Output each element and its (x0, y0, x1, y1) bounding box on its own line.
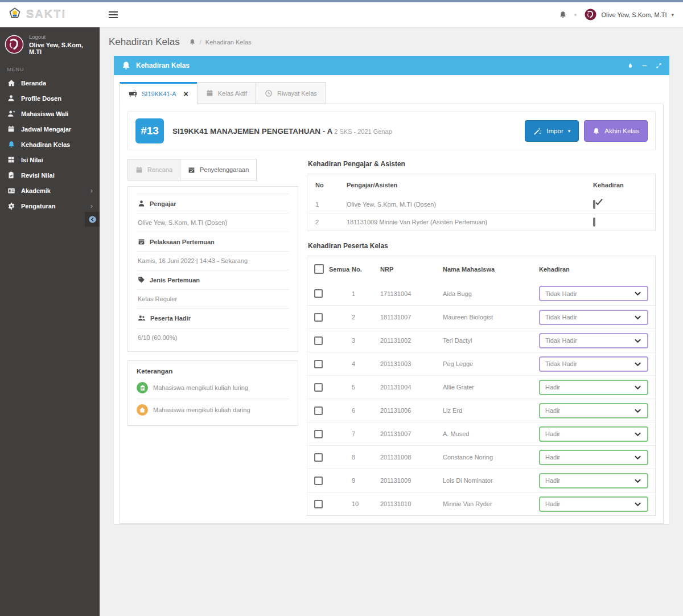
cell-name: Olive Yew, S.Kom, M.TI (Dosen) (347, 201, 593, 208)
navbar-right: Olive Yew, S.Kom, M.TI ▾ (559, 8, 683, 21)
sidebar-collapse-button[interactable] (85, 212, 100, 227)
info-value-row: Olive Yew, S.Kom, M.TI (Dosen) (137, 213, 289, 232)
info-label-row: Pelaksaan Pertemuan (137, 232, 289, 251)
selected-value: Hadir (545, 454, 560, 461)
sidebar-toggle-button[interactable] (109, 11, 118, 18)
row-checkbox[interactable] (314, 360, 323, 368)
bell-icon[interactable] (189, 39, 196, 46)
subtab-rencana[interactable]: Rencana (127, 159, 180, 180)
kehadiran-select[interactable]: Hadir (539, 496, 648, 512)
user-plus-icon (7, 109, 15, 118)
meeting-number-badge: #13 (135, 118, 164, 143)
main-content: Kehadiran Kelas / Kehadiran Kelas Kehadi… (100, 27, 683, 616)
tab-kelas-aktif[interactable]: Kelas Aktif (197, 82, 256, 104)
breadcrumb-separator: / (200, 39, 201, 46)
sidebar-item-label: Mahasiswa Wali (21, 110, 68, 117)
cell-no: 3 (352, 337, 380, 344)
row-checkbox[interactable] (314, 289, 323, 298)
tab-si19kk41-a[interactable]: SI19KK41-A× (120, 82, 198, 104)
notifications-bell-icon[interactable] (559, 11, 567, 19)
sidebar-item-kehadiran-kelas[interactable]: Kehadiran Kelas (0, 137, 100, 152)
row-checkbox[interactable] (314, 453, 323, 462)
clipboard-check-icon (7, 171, 15, 179)
kehadiran-select[interactable]: Tidak Hadir (539, 310, 648, 325)
pengajar-table-header: No Pengajar/Asisten Kehadiran (307, 174, 655, 195)
tab-riwayat-kelas[interactable]: Riwayat Kelas (256, 82, 326, 104)
row-checkbox[interactable] (314, 477, 323, 485)
sidebar-item-jadwal-mengajar[interactable]: Jadwal Mengajar (0, 121, 100, 137)
left-column: RencanaPenyelenggaraan Pengajar Olive Ye… (127, 159, 298, 426)
kehadiran-select[interactable]: Tidak Hadir (539, 286, 648, 301)
tab-label: Riwayat Kelas (277, 90, 317, 97)
kehadiran-checkbox[interactable] (593, 200, 595, 209)
kehadiran-select[interactable]: Hadir (539, 380, 648, 395)
cell-no: 1 (352, 290, 380, 297)
close-icon[interactable]: × (184, 90, 188, 98)
kehadiran-select[interactable]: Tidak Hadir (539, 333, 648, 348)
user-menu[interactable]: Olive Yew, S.Kom, M.TI ▾ (584, 8, 674, 21)
row-checkbox[interactable] (314, 313, 323, 322)
chevron-down-icon (633, 313, 642, 322)
sidebar-item-revisi-nilai[interactable]: Revisi Nilai (0, 167, 100, 183)
kehadiran-select[interactable]: Hadir (539, 403, 648, 418)
cell-no: 8 (352, 454, 380, 461)
home-icon (137, 404, 148, 416)
kehadiran-checkbox[interactable] (593, 217, 595, 227)
calendar-icon (138, 238, 145, 245)
row-checkbox[interactable] (314, 430, 323, 438)
kehadiran-select[interactable]: Hadir (539, 473, 648, 488)
sidebar-item-mahasiswa-wali[interactable]: Mahasiswa Wali (0, 106, 100, 121)
impor-button[interactable]: Impor ▾ (525, 120, 579, 142)
minimize-icon[interactable] (641, 63, 648, 69)
panel-body: #13 SI19KK41 MANAJEMEN PENGETAHUAN - A2 … (120, 104, 664, 524)
arrow-left-circle-icon (88, 215, 97, 224)
chevron-down-icon: ▾ (671, 12, 674, 18)
content-columns: RencanaPenyelenggaraan Pengajar Olive Ye… (127, 159, 656, 516)
row-checkbox[interactable] (314, 500, 323, 508)
tab-label: SI19KK41-A (142, 91, 176, 97)
sidebar-item-profile-dosen[interactable]: Profile Dosen (0, 91, 100, 106)
peserta-table-header: Semua No. NRP Nama Mahasiswa Kehadiran (307, 256, 655, 282)
subtab-label: Penyelenggaraan (200, 166, 249, 173)
page-title: Kehadiran Kelas (109, 36, 180, 48)
sidebar: Logout Olive Yew, S.Kom, M.TI MENU Beran… (0, 27, 100, 616)
sidebar-item-label: Pengaturan (21, 203, 56, 210)
sidebar-item-label: Kehadiran Kelas (21, 141, 70, 148)
row-checkbox[interactable] (314, 383, 323, 392)
info-value-row: 6/10 (60.00%) (137, 328, 289, 347)
sidebar-item-akademik[interactable]: Akademik› (0, 183, 100, 198)
table-row: 9201131009Lois Di NominatorHadir (307, 469, 655, 492)
chevron-down-icon (633, 477, 642, 485)
sidebar-item-beranda[interactable]: Beranda (0, 75, 100, 91)
subtab-penyelenggaraan[interactable]: Penyelenggaraan (180, 159, 257, 180)
legend-label: Mahasiswa mengikuti kuliah daring (153, 406, 250, 413)
breadcrumb-current: Kehadiran Kelas (205, 39, 252, 46)
table-row: 6201131006Liz ErdHadir (307, 399, 655, 422)
expand-icon[interactable] (656, 63, 662, 69)
kehadiran-select[interactable]: Hadir (539, 426, 648, 442)
chevron-down-icon: ▾ (568, 128, 571, 134)
pengajar-table-title: Kehadiran Pengajar & Asisten (308, 160, 656, 168)
calendar-icon (135, 166, 143, 174)
calendar-icon (7, 125, 15, 133)
select-all-checkbox[interactable] (314, 264, 324, 274)
row-checkbox[interactable] (314, 336, 323, 345)
sidebar-user-name: Olive Yew, S.Kom, M.TI (29, 42, 95, 55)
row-checkbox[interactable] (314, 406, 323, 415)
kehadiran-select[interactable]: Tidak Hadir (539, 356, 648, 372)
cell-no: 9 (352, 477, 380, 484)
akhiri-kelas-button[interactable]: Akhiri Kelas (584, 120, 648, 142)
user-icon (7, 94, 15, 102)
droplet-icon[interactable] (627, 63, 633, 69)
brand-text: SAKTI (26, 8, 66, 21)
cell-no: 7 (352, 430, 380, 437)
sidebar-item-pengaturan[interactable]: Pengaturan› (0, 198, 100, 213)
logout-link[interactable]: Logout (29, 34, 95, 40)
panel-header: Kehadiran Kelas (114, 56, 669, 75)
selected-value: Tidak Hadir (545, 337, 577, 344)
keterangan-legend: Mahasiswa mengikuti kuliah luringMahasis… (137, 377, 289, 421)
sidebar-item-isi-nilai[interactable]: Isi Nilai (0, 152, 100, 167)
brand[interactable]: SAKTI (0, 7, 100, 22)
kehadiran-select[interactable]: Hadir (539, 450, 648, 465)
idcard-icon (7, 186, 15, 195)
